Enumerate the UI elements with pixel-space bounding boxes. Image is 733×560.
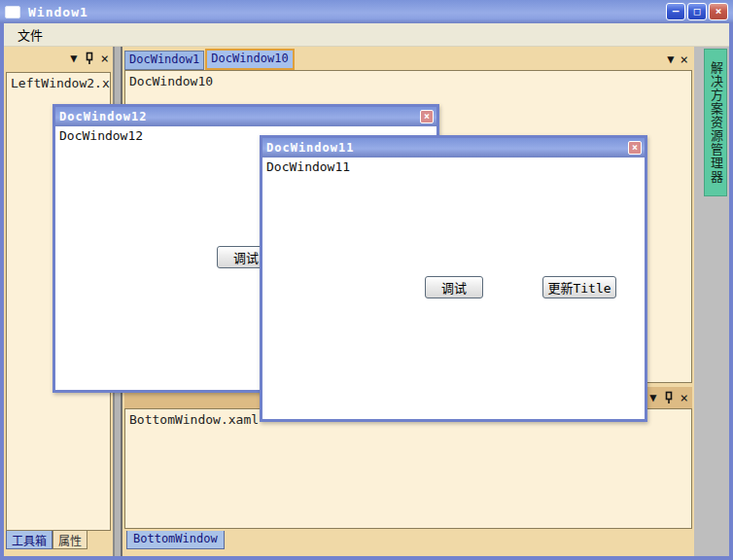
right-autohide-strip: 解决方案资源管理器 <box>694 47 729 556</box>
floating-titlebar[interactable]: DocWindow12 × <box>55 107 436 126</box>
chevron-down-icon[interactable]: ▼ <box>70 52 77 64</box>
document-tabstrip: DocWindow1 DocWindow10 <box>124 49 295 70</box>
close-icon[interactable]: × <box>101 52 109 64</box>
update-title-button[interactable]: 更新Title <box>542 276 616 298</box>
close-icon[interactable]: × <box>420 110 434 123</box>
tab-toolbox[interactable]: 工具箱 <box>6 531 52 549</box>
left-panel-header: ▼ × <box>70 52 109 65</box>
bottom-panel-content: BottomWindow.xaml <box>124 408 692 529</box>
document-header-buttons: ▼ × <box>667 53 688 65</box>
left-panel-tabstrip: 工具箱 属性 <box>6 531 87 550</box>
title-bar[interactable]: Window1 – □ × <box>0 0 733 23</box>
maximize-button[interactable]: □ <box>687 3 707 20</box>
pin-icon[interactable] <box>84 52 95 65</box>
close-icon[interactable]: × <box>681 53 688 65</box>
document-content-label: DocWindow10 <box>129 74 213 88</box>
minimize-button[interactable]: – <box>666 3 685 20</box>
close-icon[interactable]: × <box>628 141 642 155</box>
floating-window-title: DocWindow12 <box>59 110 147 123</box>
floating-window-docwindow11[interactable]: DocWindow11 × DocWindow11 调试 更新Title <box>260 135 647 422</box>
menu-item-file[interactable]: 文件 <box>12 23 49 46</box>
menu-bar: 文件 <box>4 23 729 47</box>
tab-properties[interactable]: 属性 <box>52 531 87 549</box>
main-window: Window1 – □ × 文件 ▼ × LeftWindow2.xaml 工具… <box>0 0 733 560</box>
chevron-down-icon[interactable]: ▼ <box>649 392 656 403</box>
tab-docwindow1[interactable]: DocWindow1 <box>124 51 204 70</box>
window-title: Window1 <box>28 5 88 19</box>
floating-titlebar[interactable]: DocWindow11 × <box>262 138 645 158</box>
tab-solution-explorer[interactable]: 解决方案资源管理器 <box>704 49 727 196</box>
chevron-down-icon[interactable]: ▼ <box>667 53 674 65</box>
tab-bottomwindow[interactable]: BottomWindow <box>126 531 225 549</box>
pin-icon[interactable] <box>663 391 675 404</box>
application-icon <box>5 6 20 18</box>
close-button[interactable]: × <box>709 3 728 20</box>
tab-docwindow10[interactable]: DocWindow10 <box>205 49 294 70</box>
floating-content-label: DocWindow11 <box>266 159 350 174</box>
left-panel-label: LeftWindow2.xaml <box>11 76 111 90</box>
floating-window-body: DocWindow11 调试 更新Title <box>262 158 645 419</box>
bottom-panel-label: BottomWindow.xaml <box>129 412 259 427</box>
floating-window-title: DocWindow11 <box>266 141 354 155</box>
debug-button[interactable]: 调试 <box>425 276 483 298</box>
floating-content-label: DocWindow12 <box>59 128 143 143</box>
close-icon[interactable]: × <box>681 392 688 403</box>
